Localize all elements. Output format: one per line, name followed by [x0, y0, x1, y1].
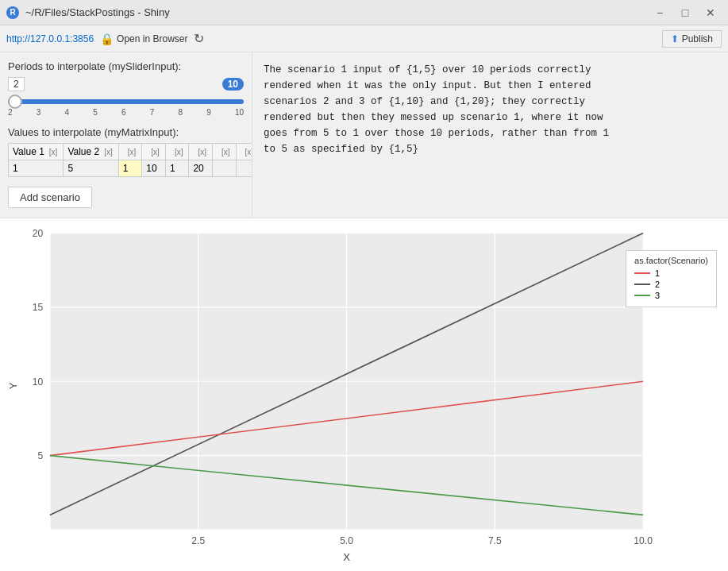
legend-line-2 [634, 284, 650, 285]
legend-line-3 [634, 295, 650, 296]
right-panel: The scenario 1 input of {1,5} over 10 pe… [252, 52, 728, 218]
x-axis-label: X [343, 551, 350, 563]
slider-current-value: 2 [8, 77, 25, 91]
cell-1-5 [165, 160, 189, 177]
open-browser-button[interactable]: 🔒 Open in Browser [100, 33, 187, 45]
input-1-2[interactable] [64, 160, 117, 176]
slider-input[interactable] [8, 99, 244, 104]
publish-button[interactable]: ⬆ Publish [662, 30, 722, 48]
input-1-7[interactable] [213, 160, 236, 176]
close-button[interactable]: ✕ [699, 3, 722, 22]
input-1-4[interactable] [142, 160, 165, 176]
col-header-8: [x] [236, 144, 252, 160]
url-link[interactable]: http://127.0.0.1:3856 [6, 33, 94, 44]
slider-value-display: 2 10 [8, 77, 244, 91]
x-tick-75: 7.5 [488, 535, 502, 546]
x-tick-25: 2.5 [191, 535, 205, 546]
input-1-8[interactable] [237, 160, 252, 176]
col-header-4: [x] [142, 144, 166, 160]
col-header-7: [x] [213, 144, 237, 160]
cell-1-4 [142, 160, 166, 177]
chart-legend: as.factor(Scenario) 1 2 3 [626, 250, 717, 307]
col-header-2: Value 2 [x] [64, 144, 118, 160]
maximize-button[interactable]: □ [674, 3, 696, 22]
matrix-table: Value 1 [x] Value 2 [x] [8, 143, 252, 177]
col-x-btn-5[interactable]: [x] [173, 148, 185, 156]
input-1-3[interactable] [119, 160, 142, 176]
cell-1-7 [213, 160, 237, 177]
col-x-btn-3[interactable]: [x] [126, 148, 138, 156]
x-tick-100: 10.0 [634, 535, 653, 546]
table-row [9, 160, 253, 177]
window-title: ~/R/Files/StackPostings - Shiny [25, 6, 170, 18]
legend-label-2: 2 [655, 280, 660, 289]
browser-icon: 🔒 [100, 33, 114, 45]
y-tick-10: 10 [33, 376, 44, 388]
input-1-6[interactable] [189, 160, 212, 176]
cell-1-6 [189, 160, 213, 177]
input-1-1[interactable] [9, 160, 63, 176]
legend-line-1 [634, 272, 650, 274]
col-x-btn-1[interactable]: [x] [48, 148, 60, 156]
cell-1-2 [64, 160, 118, 177]
col-x-btn-4[interactable]: [x] [149, 148, 161, 156]
top-section: Periods to interpolate (mySliderInput): … [0, 52, 728, 218]
legend-title: as.factor(Scenario) [634, 256, 708, 265]
col-x-btn-2[interactable]: [x] [102, 148, 114, 156]
y-tick-5: 5 [37, 451, 43, 462]
title-bar-left: R ~/R/Files/StackPostings - Shiny [6, 6, 170, 19]
col-header-5: [x] [165, 144, 189, 160]
refresh-button[interactable]: ↻ [194, 31, 204, 46]
description-text: The scenario 1 input of {1,5} over 10 pe… [264, 62, 717, 157]
cell-1-1 [9, 160, 64, 177]
cell-1-8 [236, 160, 252, 177]
legend-label-1: 1 [655, 268, 660, 278]
chart-section: 20 15 10 5 Y 2.5 5.0 7.5 10.0 X as.facto… [0, 218, 728, 571]
matrix-label: Values to interpolate (myMatrixInput): [8, 126, 244, 138]
app-icon: R [6, 6, 19, 19]
matrix-section: Values to interpolate (myMatrixInput): V… [8, 126, 244, 177]
y-tick-20: 20 [33, 228, 44, 239]
address-bar: http://127.0.0.1:3856 🔒 Open in Browser … [0, 25, 728, 52]
publish-icon: ⬆ [671, 33, 679, 44]
slider-max-badge: 10 [222, 78, 244, 91]
slider-section: Periods to interpolate (mySliderInput): … [8, 60, 244, 117]
y-tick-15: 15 [33, 303, 44, 314]
chart-svg: 20 15 10 5 Y 2.5 5.0 7.5 10.0 X [6, 223, 722, 566]
col-header-3: [x] [118, 144, 142, 160]
window-controls: − □ ✕ [649, 3, 722, 22]
legend-item-1: 1 [634, 268, 708, 278]
slider-ticks: 2 3 4 5 6 7 8 9 10 [8, 108, 244, 117]
x-tick-50: 5.0 [340, 535, 353, 546]
add-scenario-button[interactable]: Add scenario [8, 187, 92, 208]
y-axis-label: Y [7, 383, 19, 390]
col-x-btn-6[interactable]: [x] [196, 148, 208, 156]
col-x-btn-8[interactable]: [x] [244, 148, 252, 156]
col-header-1: Value 1 [x] [9, 144, 64, 160]
app-wrapper: Periods to interpolate (mySliderInput): … [0, 52, 728, 571]
cell-1-3 [118, 160, 142, 177]
slider-label: Periods to interpolate (mySliderInput): [8, 60, 244, 72]
col-header-6: [x] [189, 144, 213, 160]
title-bar: R ~/R/Files/StackPostings - Shiny − □ ✕ [0, 0, 728, 25]
left-panel: Periods to interpolate (mySliderInput): … [0, 52, 252, 218]
minimize-button[interactable]: − [649, 3, 671, 22]
legend-item-3: 3 [634, 291, 708, 300]
col-x-btn-7[interactable]: [x] [220, 148, 232, 156]
input-1-5[interactable] [166, 160, 189, 176]
legend-item-2: 2 [634, 280, 708, 289]
legend-label-3: 3 [655, 291, 660, 300]
